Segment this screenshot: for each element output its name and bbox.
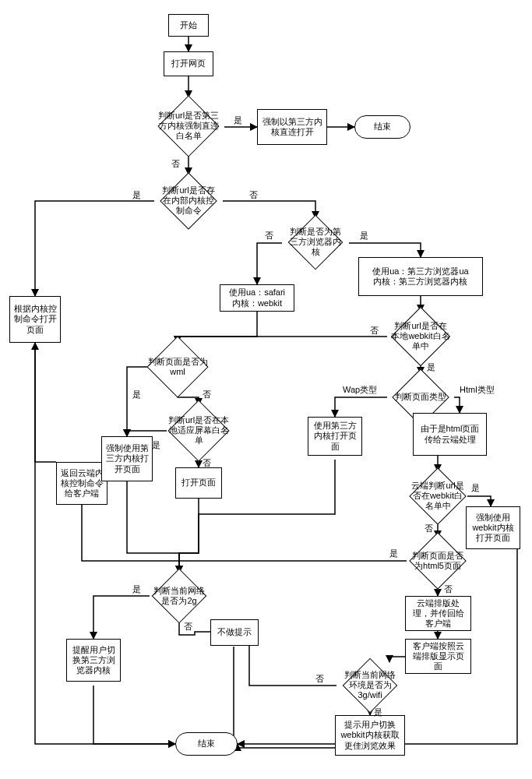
cloud-process: 由于是html页面传给云端处理: [413, 413, 487, 456]
lbl-d1-no: 否: [171, 159, 180, 169]
d2-internal-cmd: 判断url是否存在内部内核控制命令: [168, 181, 209, 221]
d-local-fit: 判断url是否在本地适应屏幕白名单: [177, 409, 220, 453]
lbl-d3-yes: 是: [360, 231, 368, 241]
use-third-ua: 使用ua：第三方浏览器ua 内核：第三方浏览器内核: [358, 257, 483, 296]
lbl-2g-no: 否: [184, 622, 192, 632]
lbl-d4-no: 否: [370, 326, 379, 336]
lbl-wml-yes: 是: [132, 390, 141, 400]
open-page-box: 打开网页: [164, 51, 213, 76]
force-webkit: 强制使用webkit内核打开页面: [466, 506, 520, 549]
end2: 结束: [175, 732, 238, 756]
d5-page-type: 判断页面类型: [400, 377, 441, 418]
lbl-d6-no: 否: [425, 523, 433, 534]
prompt-webkit: 提示用户切换webkit内核获取更佳浏览效果: [335, 715, 405, 756]
d4-local-webkit-whitelist: 判断url是否在本地webkit白名单中: [400, 315, 442, 358]
start-label: 开始: [180, 20, 197, 30]
lbl-localfit-yes: 是: [152, 440, 160, 450]
no-prompt: 不做提示: [210, 619, 259, 646]
lbl-d7-yes: 是: [389, 548, 398, 559]
remind-third: 提醒用户切换第三方浏览器内核: [66, 639, 121, 682]
lbl-2g-yes: 是: [132, 584, 141, 594]
open-page-label: 打开网页: [171, 58, 206, 69]
lbl-d3-no: 否: [265, 231, 273, 241]
start-box: 开始: [168, 14, 209, 37]
open-page2: 打开页面: [175, 467, 222, 499]
d8-3g-wifi: 判断当前网络环境是否为3g/wifi: [351, 666, 389, 705]
force-third-open: 强制使用第三方内核打开页面: [101, 436, 153, 481]
lbl-d5-html: Html类型: [460, 385, 495, 395]
lbl-d6-yes: 是: [471, 483, 480, 493]
d3-third-browser: 判断是否为第三方浏览器内核: [296, 223, 335, 262]
lbl-d8-no: 否: [315, 674, 324, 684]
lbl-d7-no: 否: [444, 584, 453, 594]
lbl-d4-yes: 是: [427, 362, 435, 372]
open-by-cmd: 根据内核控制命令打开页面: [9, 296, 61, 343]
client-display: 客户端按照云端排版显示页面: [405, 639, 471, 674]
lbl-d8-yes: 是: [374, 707, 382, 717]
lbl-wml-no: 否: [203, 390, 211, 400]
d6-cloud-webkit-whitelist: 云端判断url是否在webkit白名单中: [417, 476, 458, 516]
lbl-d5-wap: Wap类型: [343, 385, 377, 395]
d1-whitelist: 判断url是否第三方内核强制直连白名单: [167, 104, 210, 148]
cloud-layout: 云端排版处理，并传回给客户端: [405, 596, 471, 631]
force-third-direct: 强制以第三方内核直连打开: [257, 109, 327, 145]
use-safari: 使用ua：safari 内核：webkit: [220, 284, 294, 312]
d-wml: 判断页面是否为wml: [156, 345, 199, 389]
end1: 结束: [354, 115, 410, 139]
lbl-d2-yes: 是: [132, 190, 141, 200]
lbl-localfit-no: 否: [203, 458, 211, 468]
use-third-open: 使用第三方内核打开页面: [308, 417, 362, 456]
d7-html5: 判断页面是否为html5页面: [417, 541, 458, 581]
d-2g: 判断当前网络是否为2g: [160, 576, 199, 615]
lbl-d1-yes: 是: [234, 115, 242, 125]
return-cmd: 返回云端内核控制命令给客户端: [56, 462, 107, 505]
lbl-d2-no: 否: [249, 190, 258, 200]
